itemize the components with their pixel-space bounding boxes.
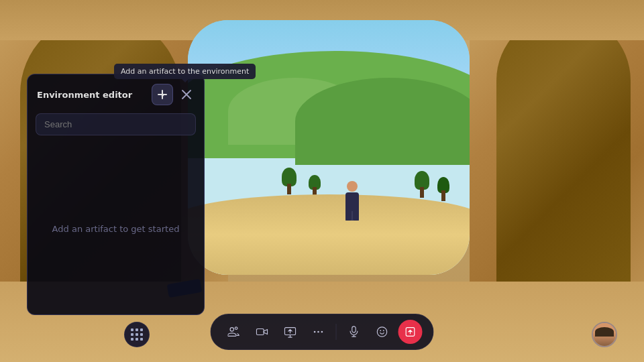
window-opening [188, 20, 470, 275]
avatar-hair [595, 327, 614, 337]
svg-point-8 [383, 330, 384, 331]
avatar-button[interactable] [592, 322, 617, 347]
svg-point-2 [314, 331, 316, 333]
toolbar-mic-button[interactable] [342, 320, 366, 344]
hill-mid [295, 78, 470, 165]
toolbar-emoji-button[interactable] [370, 320, 394, 344]
arch-right [496, 13, 631, 295]
toolbar-share-button[interactable] [398, 320, 423, 344]
screen-share-icon [284, 326, 297, 338]
more-icon [313, 326, 325, 338]
mic-icon [348, 326, 360, 338]
toolbar-divider [336, 324, 337, 340]
toolbar-more-button[interactable] [307, 320, 331, 344]
search-input[interactable] [36, 113, 196, 135]
search-area [28, 113, 204, 143]
toolbar [211, 314, 434, 350]
apps-grid-icon [131, 328, 144, 341]
tree-4 [437, 177, 449, 201]
scene-avatar [342, 181, 362, 221]
ground-area [188, 194, 470, 275]
video-icon [256, 326, 268, 338]
panel-content: Add an artifact to get started [28, 143, 204, 314]
svg-rect-5 [352, 326, 356, 333]
svg-point-6 [377, 327, 386, 337]
panel-header-actions [152, 84, 195, 105]
environment-panel: Environment editor Add an artifact to ge… [27, 74, 205, 315]
plus-icon [157, 89, 168, 100]
svg-point-4 [321, 331, 323, 333]
apps-button[interactable] [124, 322, 150, 347]
toolbar-screen-button[interactable] [278, 320, 303, 344]
toolbar-people-button[interactable] [222, 320, 246, 344]
close-icon [182, 90, 191, 99]
tree-3 [415, 171, 429, 198]
toolbar-video-button[interactable] [250, 320, 274, 344]
avatar-face [593, 323, 616, 346]
empty-state-message: Add an artifact to get started [52, 224, 180, 234]
close-button[interactable] [178, 86, 195, 103]
svg-rect-0 [256, 329, 264, 335]
svg-point-3 [317, 331, 319, 333]
share-icon [405, 326, 417, 338]
svg-point-7 [380, 330, 381, 331]
panel-title: Environment editor [37, 90, 132, 100]
emoji-icon [376, 326, 388, 338]
tree-1 [282, 168, 297, 194]
people-icon [228, 326, 240, 338]
panel-header: Environment editor [28, 74, 204, 113]
add-artifact-button[interactable] [152, 84, 173, 105]
